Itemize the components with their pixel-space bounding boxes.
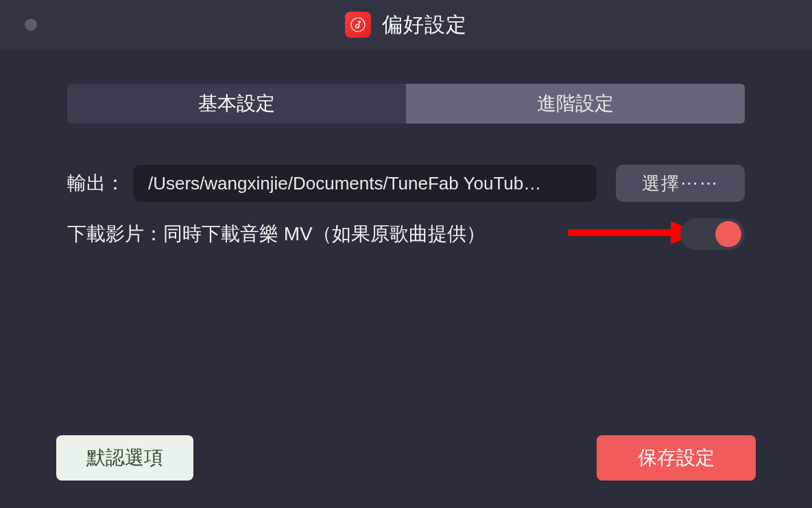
download-video-description: 同時下載音樂 MV（如果原歌曲提供） [163, 221, 486, 247]
tab-basic[interactable]: 基本設定 [67, 84, 406, 124]
output-path-field[interactable]: /Users/wangxinjie/Documents/TuneFab YouT… [133, 165, 597, 202]
download-video-row: 下載影片： 同時下載音樂 MV（如果原歌曲提供） [67, 221, 745, 247]
svg-point-0 [351, 18, 365, 32]
output-row: 輸出： /Users/wangxinjie/Documents/TuneFab … [67, 165, 745, 202]
footer: 默認選項 保存設定 [56, 435, 756, 481]
annotation-arrow-icon [561, 216, 698, 253]
title-center: 偏好設定 [345, 11, 467, 39]
app-icon [345, 12, 371, 38]
window-control-dot[interactable] [25, 19, 37, 31]
download-video-toggle[interactable] [680, 218, 745, 250]
download-video-label: 下載影片： [67, 221, 163, 247]
save-settings-button[interactable]: 保存設定 [597, 435, 756, 481]
tabs-container: 基本設定 進階設定 [67, 84, 745, 124]
titlebar: 偏好設定 [0, 0, 812, 49]
tab-advanced[interactable]: 進階設定 [406, 84, 745, 124]
toggle-knob [715, 221, 741, 247]
content-area: 基本設定 進階設定 輸出： /Users/wangxinjie/Document… [0, 49, 812, 247]
default-options-button[interactable]: 默認選項 [56, 435, 193, 481]
output-label: 輸出： [67, 170, 125, 196]
window-title: 偏好設定 [382, 11, 467, 39]
choose-button[interactable]: 選擇⋯⋯ [616, 165, 745, 202]
settings-area: 輸出： /Users/wangxinjie/Documents/TuneFab … [67, 165, 745, 247]
